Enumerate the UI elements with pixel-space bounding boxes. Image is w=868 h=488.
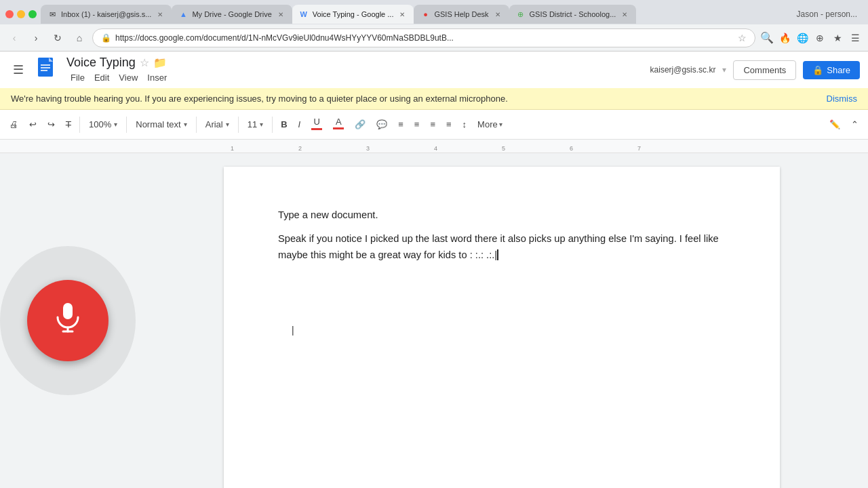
extension-icon-4[interactable]: ★ xyxy=(830,30,845,45)
address-bar[interactable]: 🔒 ☆ xyxy=(92,28,755,47)
mic-outer-circle xyxy=(0,246,136,395)
menu-file[interactable]: File xyxy=(66,71,89,84)
more-chevron-icon: ▾ xyxy=(499,121,502,128)
toolbar-divider-2 xyxy=(126,117,127,133)
star-icon[interactable]: ☆ xyxy=(140,56,149,69)
link-button[interactable]: 🔗 xyxy=(351,114,370,136)
text-style-chevron-icon: ▾ xyxy=(184,121,187,128)
undo-button[interactable]: ↩ xyxy=(25,114,41,136)
doc-content[interactable]: Type a new document. Speak if you notice… xyxy=(278,207,726,263)
bold-label: B xyxy=(281,119,287,129)
menu-edit[interactable]: Edit xyxy=(90,71,113,84)
maximize-window-button[interactable] xyxy=(28,10,37,18)
print-button[interactable]: 🖨 xyxy=(5,114,22,136)
font-value: Arial xyxy=(205,119,223,129)
search-icon[interactable]: 🔍 xyxy=(760,30,774,45)
tab-close-2[interactable]: ✕ xyxy=(276,9,285,19)
undo-icon: ↩ xyxy=(29,119,37,129)
mic-button[interactable] xyxy=(27,280,108,361)
svg-rect-3 xyxy=(41,64,50,66)
menu-insert[interactable]: Inser xyxy=(143,71,171,84)
bold-button[interactable]: B xyxy=(277,114,291,136)
notification-message: We're having trouble hearing you. If you… xyxy=(11,94,508,104)
tab-favicon-4: ● xyxy=(420,9,430,19)
browser-tab-4[interactable]: ● GSIS Help Desk ✕ xyxy=(414,5,509,24)
notification-banner: We're having trouble hearing you. If you… xyxy=(0,88,868,110)
menu-icon[interactable]: ☰ xyxy=(848,30,863,45)
doc-main: Type a new document. Speak if you notice… xyxy=(0,153,868,488)
tab-close-1[interactable]: ✕ xyxy=(155,9,165,19)
underline-button[interactable]: U xyxy=(307,114,326,136)
redo-button[interactable]: ↪ xyxy=(43,114,59,136)
home-button[interactable]: ⌂ xyxy=(71,29,88,47)
underline-label: U xyxy=(314,117,320,127)
doc-title[interactable]: Voice Typing xyxy=(66,56,136,70)
line-spacing-button[interactable]: ↕ xyxy=(458,114,471,136)
format-clear-button[interactable]: T̶ xyxy=(62,114,75,136)
voice-typing-panel xyxy=(0,153,136,488)
tab-close-5[interactable]: ✕ xyxy=(620,9,629,19)
traffic-lights xyxy=(5,10,37,18)
menu-view[interactable]: View xyxy=(115,71,142,84)
folder-icon[interactable]: 📁 xyxy=(153,56,167,69)
tab-favicon-5: ⊕ xyxy=(516,9,526,19)
hamburger-menu-button[interactable]: ☰ xyxy=(8,60,28,80)
browser-tabs: ✉ Inbox (1) - kaiserj@gsis.s... ✕ ▲ My D… xyxy=(41,5,787,24)
text-color-button[interactable]: A xyxy=(329,114,348,136)
text-style-value: Normal text xyxy=(136,119,180,129)
extension-icon-1[interactable]: 🔥 xyxy=(777,30,792,45)
font-size-selector[interactable]: 11 ▾ xyxy=(243,114,268,136)
dropdown-icon[interactable]: ▾ xyxy=(722,65,726,75)
text-color-icon: A xyxy=(336,117,342,127)
align-right-button[interactable]: ≡ xyxy=(426,114,439,136)
justify-button[interactable]: ≡ xyxy=(442,114,456,136)
forward-button[interactable]: › xyxy=(27,29,45,47)
tab-label-5: GSIS District - Schoolog... xyxy=(530,10,616,18)
font-selector[interactable]: Arial ▾ xyxy=(201,114,234,136)
tab-close-4[interactable]: ✕ xyxy=(493,9,502,19)
browser-tab-3[interactable]: W Voice Typing - Google ... ✕ xyxy=(292,5,414,24)
extension-icon-2[interactable]: 🌐 xyxy=(795,30,810,45)
tab-label-1: Inbox (1) - kaiserj@gsis.s... xyxy=(61,10,151,18)
tab-favicon-2: ▲ xyxy=(178,9,188,19)
tab-close-3[interactable]: ✕ xyxy=(397,9,407,19)
italic-label: I xyxy=(298,119,301,129)
url-input[interactable] xyxy=(115,33,734,43)
close-window-button[interactable] xyxy=(5,10,14,18)
doc-paragraph-2: Speak if you notice I picked up the last… xyxy=(278,231,726,263)
browser-tab-2[interactable]: ▲ My Drive - Google Drive ✕ xyxy=(172,5,292,24)
font-size-chevron-icon: ▾ xyxy=(260,121,263,128)
comment-button[interactable]: 💬 xyxy=(372,114,391,136)
text-style-selector[interactable]: Normal text ▾ xyxy=(131,114,191,136)
comments-button[interactable]: Comments xyxy=(733,60,796,80)
doc-area[interactable]: Type a new document. Speak if you notice… xyxy=(136,153,868,488)
browser-window: ✉ Inbox (1) - kaiserj@gsis.s... ✕ ▲ My D… xyxy=(0,0,868,52)
svg-rect-6 xyxy=(63,303,73,319)
minimize-window-button[interactable] xyxy=(17,10,25,18)
extension-icon-3[interactable]: ⊕ xyxy=(812,30,827,45)
dismiss-button[interactable]: Dismiss xyxy=(827,94,858,104)
edit-pencil-button[interactable]: ✏️ xyxy=(825,114,844,136)
comment-icon: 💬 xyxy=(376,119,387,129)
tab-label-3: Voice Typing - Google ... xyxy=(313,10,394,18)
align-left-icon: ≡ xyxy=(398,119,403,129)
bookmark-icon[interactable]: ☆ xyxy=(738,33,747,43)
zoom-selector[interactable]: 100% ▾ xyxy=(84,114,122,136)
italic-button[interactable]: I xyxy=(294,114,305,136)
justify-icon: ≡ xyxy=(446,119,452,129)
align-left-button[interactable]: ≡ xyxy=(394,114,408,136)
toolbar: 🖨 ↩ ↪ T̶ 100% ▾ Normal text ▾ Arial ▾ 11… xyxy=(0,110,868,140)
svg-rect-4 xyxy=(41,67,50,68)
hamburger-icon: ☰ xyxy=(13,62,24,77)
align-center-button[interactable]: ≡ xyxy=(410,114,424,136)
browser-tab-1[interactable]: ✉ Inbox (1) - kaiserj@gsis.s... ✕ xyxy=(41,5,172,24)
more-button[interactable]: More ▾ xyxy=(473,114,507,136)
browser-tab-5[interactable]: ⊕ GSIS District - Schoolog... ✕ xyxy=(509,5,637,24)
collapse-button[interactable]: ⌃ xyxy=(847,114,863,136)
align-center-icon: ≡ xyxy=(414,119,420,129)
ruler-mark-7: 7 xyxy=(637,145,641,152)
back-button[interactable]: ‹ xyxy=(5,29,23,47)
doc-page[interactable]: Type a new document. Speak if you notice… xyxy=(224,167,780,488)
share-button[interactable]: 🔒 Share xyxy=(803,61,860,79)
reload-button[interactable]: ↻ xyxy=(49,29,66,47)
